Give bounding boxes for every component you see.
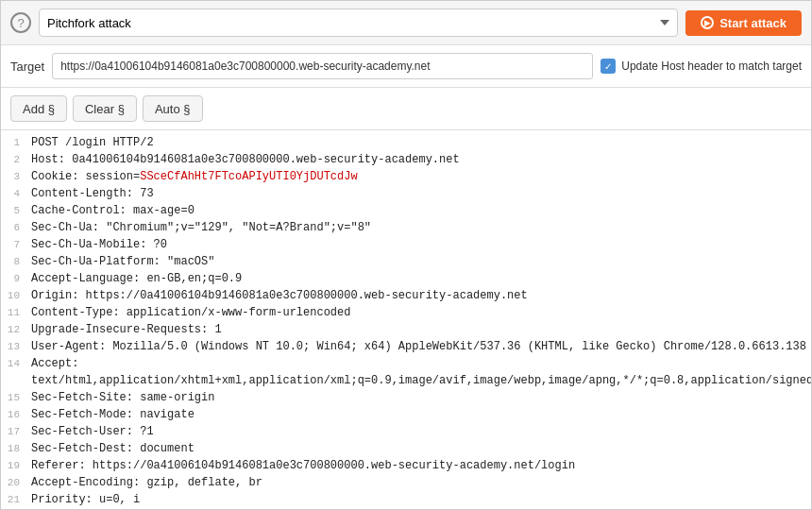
button-bar: Add § Clear § Auto § <box>1 88 811 130</box>
table-row: 5Cache-Control: max-age=0 <box>1 202 811 219</box>
update-host-checkbox[interactable]: ✓ <box>601 59 616 74</box>
help-icon[interactable]: ? <box>10 12 31 33</box>
update-host-label: Update Host header to match target <box>621 60 802 73</box>
line-number: 2 <box>1 151 27 168</box>
table-row: 16Sec-Fetch-Mode: navigate <box>1 406 811 423</box>
table-row: 19Referer: https://0a41006104b9146081a0e… <box>1 457 811 474</box>
line-content: Sec-Ch-Ua-Platform: "macOS" <box>27 253 811 270</box>
table-row: 9Accept-Language: en-GB,en;q=0.9 <box>1 270 811 287</box>
table-row: 13User-Agent: Mozilla/5.0 (Windows NT 10… <box>1 338 811 355</box>
table-row: 10Origin: https://0a41006104b9146081a0e3… <box>1 287 811 304</box>
table-row: 15Sec-Fetch-Site: same-origin <box>1 389 811 406</box>
line-number: 21 <box>1 491 27 508</box>
table-row: 17Sec-Fetch-User: ?1 <box>1 423 811 440</box>
attack-type-select[interactable]: Sniper Battering ram Pitchfork attack Cl… <box>39 8 678 37</box>
line-number: 10 <box>1 287 27 304</box>
table-row: 14Accept: <box>1 355 811 372</box>
table-row: 18Sec-Fetch-Dest: document <box>1 440 811 457</box>
auto-button[interactable]: Auto § <box>143 95 203 122</box>
table-row: 22 <box>1 508 811 509</box>
line-content: Sec-Ch-Ua: "Chromium";v="129", "Not=A?Br… <box>27 219 811 236</box>
line-content: text/html,application/xhtml+xml,applicat… <box>27 372 811 389</box>
line-content: Sec-Fetch-Mode: navigate <box>27 406 811 423</box>
line-content: Sec-Fetch-Dest: document <box>27 440 811 457</box>
line-number <box>1 372 27 389</box>
line-number: 7 <box>1 236 27 253</box>
line-number: 13 <box>1 338 27 355</box>
code-area[interactable]: 1POST /login HTTP/22Host: 0a41006104b914… <box>1 130 811 509</box>
line-content: Cache-Control: max-age=0 <box>27 202 811 219</box>
line-content: Sec-Fetch-Site: same-origin <box>27 389 811 406</box>
line-content: Cookie: session=SSceCfAhHt7FTcoAPIyUTI0Y… <box>27 168 811 185</box>
top-bar: ? Sniper Battering ram Pitchfork attack … <box>1 1 811 45</box>
table-row: 21Priority: u=0, i <box>1 491 811 508</box>
main-container: ? Sniper Battering ram Pitchfork attack … <box>0 0 812 510</box>
target-url-input[interactable] <box>52 53 593 79</box>
line-content: Sec-Fetch-User: ?1 <box>27 423 811 440</box>
table-row: 7Sec-Ch-Ua-Mobile: ?0 <box>1 236 811 253</box>
line-number: 17 <box>1 423 27 440</box>
table-row: 20Accept-Encoding: gzip, deflate, br <box>1 474 811 491</box>
start-attack-label: Start attack <box>719 16 787 30</box>
cookie-value: SSceCfAhHt7FTcoAPIyUTI0YjDUTcdJw <box>140 170 357 183</box>
line-number: 11 <box>1 304 27 321</box>
add-button[interactable]: Add § <box>10 95 67 122</box>
line-number: 4 <box>1 185 27 202</box>
clear-button[interactable]: Clear § <box>73 95 137 122</box>
line-number: 6 <box>1 219 27 236</box>
line-number: 19 <box>1 457 27 474</box>
line-number: 20 <box>1 474 27 491</box>
table-row: 1POST /login HTTP/2 <box>1 134 811 151</box>
line-number: 1 <box>1 134 27 151</box>
line-content: Accept: <box>27 355 811 372</box>
play-icon: ▶ <box>701 16 714 29</box>
line-number: 8 <box>1 253 27 270</box>
table-row: 12Upgrade-Insecure-Requests: 1 <box>1 321 811 338</box>
line-content: POST /login HTTP/2 <box>27 134 811 151</box>
table-row: 8Sec-Ch-Ua-Platform: "macOS" <box>1 253 811 270</box>
line-content: Sec-Ch-Ua-Mobile: ?0 <box>27 236 811 253</box>
line-content: User-Agent: Mozilla/5.0 (Windows NT 10.0… <box>27 338 811 355</box>
start-attack-button[interactable]: ▶ Start attack <box>685 10 802 36</box>
line-number: 5 <box>1 202 27 219</box>
line-content: Content-Type: application/x-www-form-url… <box>27 304 811 321</box>
target-label: Target <box>10 60 44 74</box>
line-number: 15 <box>1 389 27 406</box>
line-content: Origin: https://0a41006104b9146081a0e3c7… <box>27 287 811 304</box>
table-row: 6Sec-Ch-Ua: "Chromium";v="129", "Not=A?B… <box>1 219 811 236</box>
table-row: 2Host: 0a41006104b9146081a0e3c700800000.… <box>1 151 811 168</box>
target-bar: Target ✓ Update Host header to match tar… <box>1 45 811 88</box>
line-number: 12 <box>1 321 27 338</box>
table-row: 4Content-Length: 73 <box>1 185 811 202</box>
line-content: Content-Length: 73 <box>27 185 811 202</box>
table-row: 3Cookie: session=SSceCfAhHt7FTcoAPIyUTI0… <box>1 168 811 185</box>
line-content: Upgrade-Insecure-Requests: 1 <box>27 321 811 338</box>
line-number: 18 <box>1 440 27 457</box>
table-row: 11Content-Type: application/x-www-form-u… <box>1 304 811 321</box>
line-content <box>27 508 811 509</box>
line-number: 9 <box>1 270 27 287</box>
line-content: Accept-Language: en-GB,en;q=0.9 <box>27 270 811 287</box>
line-number: 22 <box>1 508 27 509</box>
line-number: 16 <box>1 406 27 423</box>
line-content: Accept-Encoding: gzip, deflate, br <box>27 474 811 491</box>
line-content: Referer: https://0a41006104b9146081a0e3c… <box>27 457 811 474</box>
line-number: 3 <box>1 168 27 185</box>
checkbox-container: ✓ Update Host header to match target <box>601 59 802 74</box>
table-row: text/html,application/xhtml+xml,applicat… <box>1 372 811 389</box>
line-content: Host: 0a41006104b9146081a0e3c700800000.w… <box>27 151 811 168</box>
line-content: Priority: u=0, i <box>27 491 811 508</box>
line-number: 14 <box>1 355 27 372</box>
